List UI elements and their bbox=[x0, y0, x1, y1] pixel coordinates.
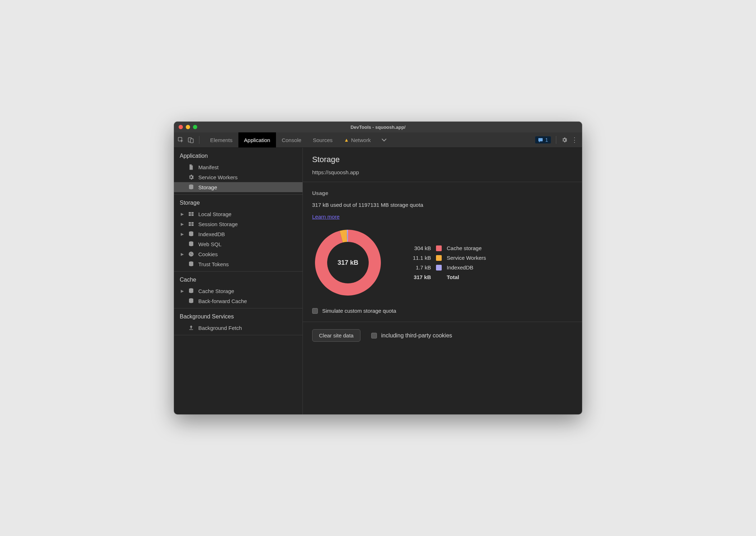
tab-label: Application bbox=[244, 137, 270, 143]
separator bbox=[199, 136, 199, 144]
caret-icon: ▶ bbox=[180, 289, 184, 293]
sidebar-item-label: Background Fetch bbox=[198, 325, 242, 331]
sidebar-item-cookies[interactable]: ▶Cookies bbox=[174, 249, 302, 259]
settings-icon[interactable] bbox=[561, 137, 568, 143]
simulate-quota-checkbox[interactable] bbox=[312, 308, 318, 314]
window-title: DevTools - squoosh.app/ bbox=[174, 125, 582, 130]
more-tabs-icon[interactable] bbox=[377, 138, 392, 142]
svg-rect-12 bbox=[192, 224, 194, 226]
caret-icon: ▶ bbox=[180, 232, 184, 237]
legend-size: 11.1 kB bbox=[405, 255, 431, 261]
panel-tabs: Elements Application Console Sources ▲Ne… bbox=[204, 132, 377, 147]
learn-more-link[interactable]: Learn more bbox=[312, 214, 340, 220]
legend-swatch bbox=[436, 265, 442, 271]
sidebar-item-label: Web SQL bbox=[198, 241, 222, 247]
legend-label: Cache storage bbox=[447, 245, 482, 251]
svg-point-16 bbox=[190, 253, 191, 254]
sidebar-item-label: Session Storage bbox=[198, 221, 238, 227]
close-icon[interactable] bbox=[179, 125, 183, 129]
legend-row: 317 kBTotal bbox=[405, 274, 486, 280]
clear-site-data-button[interactable]: Clear site data bbox=[312, 329, 360, 342]
sidebar-item-background-fetch[interactable]: ▶Background Fetch bbox=[174, 323, 302, 333]
usage-legend: 304 kBCache storage11.1 kBService Worker… bbox=[405, 245, 486, 280]
tab-network[interactable]: ▲Network bbox=[338, 132, 377, 147]
usage-section: Usage 317 kB used out of 1197131 MB stor… bbox=[303, 182, 582, 322]
grid-icon bbox=[188, 221, 195, 227]
minimize-icon[interactable] bbox=[186, 125, 190, 129]
sidebar-item-label: Trust Tokens bbox=[198, 261, 229, 267]
sidebar-item-back-forward-cache[interactable]: ▶Back-forward Cache bbox=[174, 296, 302, 306]
tab-application[interactable]: Application bbox=[238, 132, 276, 147]
svg-rect-10 bbox=[192, 222, 194, 224]
sidebar: Application▶Manifest▶Service Workers▶Sto… bbox=[174, 148, 303, 414]
usage-summary: 317 kB used out of 1197131 MB storage qu… bbox=[312, 202, 573, 208]
legend-swatch bbox=[436, 245, 442, 251]
svg-point-18 bbox=[192, 254, 192, 255]
warning-icon: ▲ bbox=[344, 137, 349, 143]
maximize-icon[interactable] bbox=[193, 125, 197, 129]
devtools-window: DevTools - squoosh.app/ Elements Applica… bbox=[174, 122, 582, 414]
inspect-icon[interactable] bbox=[178, 137, 184, 143]
sidebar-group-title: Application bbox=[174, 148, 302, 162]
sidebar-item-web-sql[interactable]: ▶Web SQL bbox=[174, 239, 302, 249]
caret-icon: ▶ bbox=[180, 252, 184, 257]
kebab-menu-icon[interactable]: ⋮ bbox=[571, 136, 578, 144]
svg-rect-8 bbox=[192, 214, 194, 216]
usage-heading: Usage bbox=[312, 190, 573, 196]
sidebar-group-title: Background Services bbox=[174, 308, 302, 323]
sidebar-item-indexeddb[interactable]: ▶IndexedDB bbox=[174, 229, 302, 239]
sidebar-item-trust-tokens[interactable]: ▶Trust Tokens bbox=[174, 259, 302, 269]
legend-row: 304 kBCache storage bbox=[405, 245, 486, 251]
traffic-lights bbox=[174, 125, 197, 129]
db-icon bbox=[188, 298, 195, 304]
svg-rect-2 bbox=[190, 139, 193, 143]
sidebar-group-title: Cache bbox=[174, 272, 302, 286]
toolbar: Elements Application Console Sources ▲Ne… bbox=[174, 132, 582, 148]
legend-label: IndexedDB bbox=[447, 264, 473, 271]
svg-rect-9 bbox=[189, 222, 191, 224]
sidebar-item-storage[interactable]: ▶Storage bbox=[174, 182, 302, 192]
tab-elements[interactable]: Elements bbox=[204, 132, 238, 147]
device-toggle-icon[interactable] bbox=[188, 137, 194, 143]
tab-sources[interactable]: Sources bbox=[307, 132, 338, 147]
separator bbox=[556, 136, 556, 144]
main-panel: Storage https://squoosh.app Usage 317 kB… bbox=[303, 148, 582, 414]
third-party-cookies-label: including third-party cookies bbox=[381, 332, 452, 339]
svg-point-19 bbox=[190, 254, 191, 255]
sidebar-item-label: Manifest bbox=[198, 164, 219, 170]
caret-icon: ▶ bbox=[180, 212, 184, 216]
tab-console[interactable]: Console bbox=[276, 132, 307, 147]
caret-icon: ▶ bbox=[180, 222, 184, 226]
simulate-quota-label: Simulate custom storage quota bbox=[322, 308, 396, 314]
db-icon bbox=[188, 261, 195, 267]
db-icon bbox=[188, 288, 195, 294]
sidebar-item-label: IndexedDB bbox=[198, 231, 225, 237]
button-label: Clear site data bbox=[319, 332, 354, 338]
db-icon bbox=[188, 241, 195, 247]
sidebar-group-title: Storage bbox=[174, 195, 302, 209]
issues-badge[interactable]: 1 bbox=[535, 136, 551, 143]
third-party-cookies-checkbox[interactable] bbox=[371, 333, 377, 338]
sidebar-item-service-workers[interactable]: ▶Service Workers bbox=[174, 172, 302, 182]
svg-rect-3 bbox=[538, 138, 543, 141]
legend-label: Service Workers bbox=[447, 255, 486, 261]
legend-size: 317 kB bbox=[405, 274, 431, 280]
panel-header: Storage https://squoosh.app bbox=[303, 148, 582, 182]
sidebar-item-cache-storage[interactable]: ▶Cache Storage bbox=[174, 286, 302, 296]
legend-swatch bbox=[436, 255, 442, 261]
svg-rect-11 bbox=[189, 224, 191, 226]
cookie-icon bbox=[188, 251, 195, 257]
sidebar-item-local-storage[interactable]: ▶Local Storage bbox=[174, 209, 302, 219]
page-title: Storage bbox=[312, 155, 573, 164]
clear-data-section: Clear site data including third-party co… bbox=[303, 322, 582, 349]
sidebar-item-manifest[interactable]: ▶Manifest bbox=[174, 162, 302, 172]
tab-label: Network bbox=[351, 137, 371, 143]
svg-rect-5 bbox=[189, 212, 191, 214]
tab-label: Elements bbox=[210, 137, 233, 143]
titlebar: DevTools - squoosh.app/ bbox=[174, 122, 582, 132]
usage-donut-chart: 317 kB bbox=[312, 227, 384, 298]
sidebar-item-label: Local Storage bbox=[198, 211, 232, 217]
sidebar-item-session-storage[interactable]: ▶Session Storage bbox=[174, 219, 302, 229]
db-icon bbox=[188, 231, 195, 237]
legend-row: 1.7 kBIndexedDB bbox=[405, 264, 486, 271]
